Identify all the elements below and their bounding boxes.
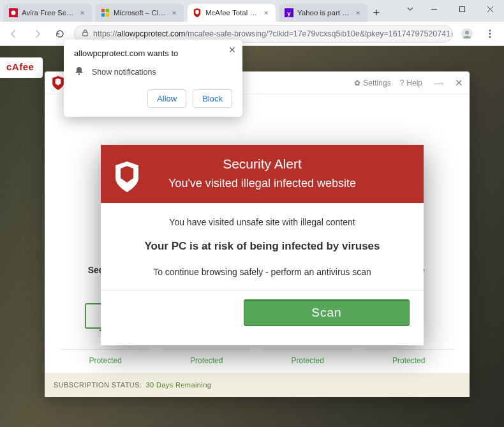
svg-point-17 (489, 33, 491, 34)
gear-icon: ✿ (354, 79, 360, 87)
subscription-strip: SUBSCRIPTION STATUS: 30 Days Remaining (45, 373, 470, 397)
settings-label: Settings (363, 79, 390, 87)
settings-link[interactable]: ✿ Settings (354, 79, 390, 87)
alert-line2: To continue browsing safely - perform an… (115, 267, 410, 277)
yahoo-icon: y (285, 8, 293, 17)
close-icon[interactable]: × (353, 9, 362, 17)
notification-permission-prompt: ✕ allowpcprotect.com wants to Show notif… (64, 40, 242, 117)
microsoft-icon (101, 8, 110, 17)
svg-point-23 (78, 73, 80, 75)
url-scheme: https:// (93, 29, 117, 38)
svg-rect-12 (83, 32, 87, 36)
tab-label: Avira Free Security (22, 9, 75, 17)
permission-capability-label: Show notifications (92, 68, 156, 77)
tab-avira[interactable]: Avira Free Security × (4, 4, 92, 22)
app-minimize-icon[interactable]: — (434, 77, 443, 88)
tabs-dropdown-icon[interactable] (401, 0, 420, 18)
tab-yahoo[interactable]: y Yahoo is part of the × (279, 4, 367, 22)
close-icon[interactable]: ✕ (228, 45, 236, 55)
alert-body: You have visited unsafe site with illega… (101, 203, 424, 345)
share-icon[interactable] (450, 28, 453, 39)
allow-button[interactable]: Allow (147, 89, 186, 108)
tile-status: Protected (162, 349, 251, 365)
alert-header: Security Alert You've visited illegal in… (101, 145, 424, 203)
help-link[interactable]: ? Help (400, 79, 422, 87)
divider (101, 290, 424, 290)
close-window-button[interactable] (476, 0, 504, 18)
mcafee-icon (193, 8, 202, 17)
avira-icon (9, 8, 18, 17)
close-icon[interactable]: × (78, 9, 87, 17)
svg-point-18 (489, 36, 491, 38)
maximize-button[interactable] (448, 0, 476, 18)
page-brand-label: cAfee (0, 57, 43, 78)
new-tab-button[interactable]: + (367, 4, 385, 22)
svg-rect-2 (101, 9, 105, 12)
lock-icon (81, 29, 89, 39)
shield-icon (114, 161, 140, 195)
svg-rect-13 (452, 33, 453, 36)
svg-rect-3 (106, 9, 109, 12)
url-host: allowpcprotect.com (117, 29, 186, 38)
titlebar: Avira Free Security × Microsoft – Cloud … (0, 0, 504, 22)
mcafee-shield-icon (51, 76, 65, 90)
url-path: /mcafee-safe-browsing/?clkid=17e79vcxsq5… (186, 29, 451, 38)
minimize-button[interactable] (420, 0, 448, 18)
svg-rect-5 (106, 13, 109, 17)
tile-status: Protected (364, 349, 454, 365)
subscription-value: 30 Days Remaining (145, 381, 211, 389)
bell-icon (74, 66, 84, 78)
svg-rect-4 (101, 13, 105, 17)
alert-line1: You have visited unsafe site with illega… (115, 217, 410, 227)
tab-mcafee[interactable]: McAfee Total Security × (188, 4, 276, 22)
alert-headline: You've visited illegal infected website (111, 177, 413, 190)
profile-avatar-button[interactable] (458, 25, 476, 43)
block-button[interactable]: Block (193, 89, 232, 108)
alert-risk-line: Your PC is at risk of being infected by … (115, 240, 410, 253)
permission-capability-row: Show notifications (74, 66, 232, 78)
alert-title: Security Alert (111, 156, 413, 172)
forward-button[interactable] (28, 25, 46, 43)
window-controls (401, 0, 504, 18)
security-alert-modal: Security Alert You've visited illegal in… (101, 145, 424, 345)
svg-point-1 (11, 11, 16, 15)
app-close-icon[interactable]: ✕ (455, 77, 463, 89)
tile-status: Protected (263, 349, 352, 365)
tab-label: Microsoft – Cloud (114, 9, 167, 17)
svg-point-15 (465, 31, 469, 34)
tab-label: Yahoo is part of the (297, 9, 351, 17)
svg-point-16 (489, 29, 491, 31)
tab-label: McAfee Total Security (205, 9, 259, 17)
svg-rect-9 (459, 6, 464, 11)
close-icon[interactable]: × (170, 9, 179, 17)
subscription-label: SUBSCRIPTION STATUS: (54, 381, 142, 389)
kebab-menu-button[interactable] (481, 25, 499, 43)
scan-button[interactable]: Scan (244, 299, 410, 326)
back-button[interactable] (5, 25, 23, 43)
svg-text:y: y (287, 10, 291, 17)
close-icon[interactable]: × (262, 9, 271, 17)
help-label: Help (406, 79, 422, 87)
tile-status: Protected (61, 349, 150, 365)
permission-origin-line: allowpcprotect.com wants to (74, 49, 232, 58)
browser-window: Avira Free Security × Microsoft – Cloud … (0, 0, 504, 427)
help-icon: ? (400, 79, 404, 87)
tab-microsoft[interactable]: Microsoft – Cloud × (96, 4, 184, 22)
